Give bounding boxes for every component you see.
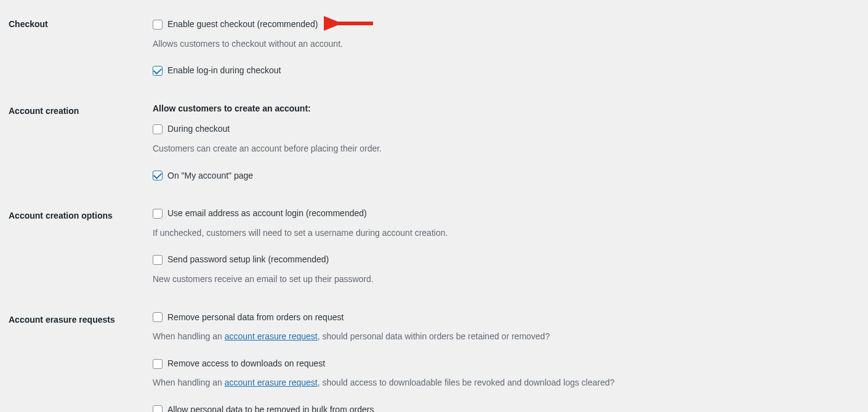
email-login-checkbox[interactable] xyxy=(153,209,163,219)
remove-downloads-description: When handling an account erasure request… xyxy=(153,377,868,389)
checkout-section: Checkout Enable guest checkout (recommen… xyxy=(0,0,868,77)
enable-guest-checkout-checkbox[interactable] xyxy=(153,20,163,30)
email-login-description: If unchecked, customers will need to set… xyxy=(153,227,868,240)
password-link-label[interactable]: Send password setup link (recommended) xyxy=(167,254,329,266)
during-checkout-checkbox[interactable] xyxy=(153,124,163,134)
checkout-heading: Checkout xyxy=(0,0,153,31)
account-creation-heading: Account creation xyxy=(0,103,153,118)
remove-downloads-label[interactable]: Remove access to downloads on request xyxy=(167,358,325,370)
remove-personal-data-label[interactable]: Remove personal data from orders on requ… xyxy=(167,312,344,324)
enable-login-checkout-checkbox[interactable] xyxy=(153,66,163,76)
enable-guest-checkout-label[interactable]: Enable guest checkout (recommended) xyxy=(167,18,318,31)
guest-checkout-description: Allows customers to checkout without an … xyxy=(153,38,868,50)
account-erasure-heading: Account erasure requests xyxy=(0,312,153,326)
password-link-description: New customers receive an email to set up… xyxy=(153,273,868,286)
account-erasure-link-2[interactable]: account erasure request xyxy=(225,378,318,387)
remove-personal-data-description: When handling an account erasure request… xyxy=(153,331,868,343)
remove-personal-data-checkbox[interactable] xyxy=(153,312,163,322)
enable-login-checkout-label[interactable]: Enable log-in during checkout xyxy=(167,65,281,77)
account-creation-options-section: Account creation options Use email addre… xyxy=(0,208,868,285)
bulk-remove-label[interactable]: Allow personal data to be removed in bul… xyxy=(167,404,374,412)
during-checkout-description: Customers can create an account before p… xyxy=(153,143,868,155)
account-creation-subheading: Allow customers to create an account: xyxy=(153,103,868,115)
my-account-label[interactable]: On "My account" page xyxy=(167,170,253,182)
remove-downloads-checkbox[interactable] xyxy=(153,359,163,369)
during-checkout-label[interactable]: During checkout xyxy=(167,123,230,135)
bulk-remove-checkbox[interactable] xyxy=(153,405,163,412)
account-creation-section: Account creation Allow customers to crea… xyxy=(0,103,868,182)
email-login-label[interactable]: Use email address as account login (reco… xyxy=(167,208,367,220)
account-erasure-section: Account erasure requests Remove personal… xyxy=(0,312,868,412)
password-link-checkbox[interactable] xyxy=(153,255,163,265)
account-erasure-link-1[interactable]: account erasure request xyxy=(225,331,318,341)
account-creation-options-heading: Account creation options xyxy=(0,208,153,222)
my-account-checkbox[interactable] xyxy=(153,171,163,180)
